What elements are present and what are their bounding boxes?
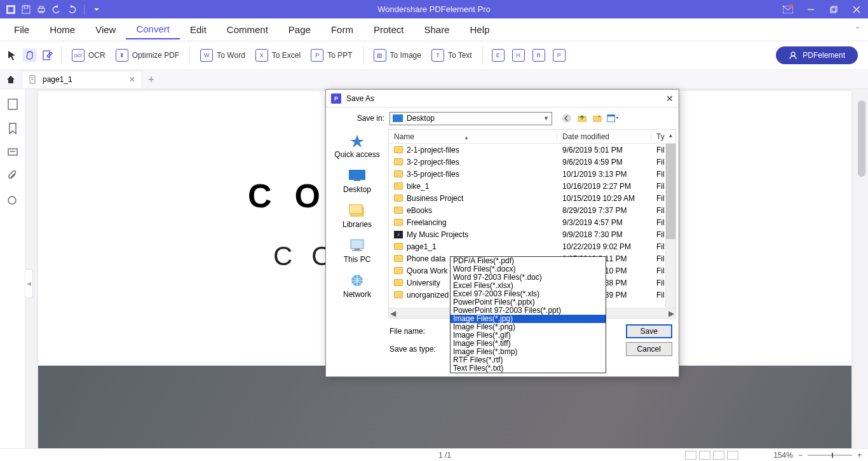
menu-help[interactable]: Help [459,20,499,39]
type-option[interactable]: Word Files(*.docx) [451,265,606,273]
place-desktop[interactable]: Desktop [343,165,371,199]
type-option[interactable]: Image Files(*.tiff) [451,340,606,348]
file-row[interactable]: 3-2-project-files9/6/2019 4:59 PMFil [389,156,675,168]
view-continuous-icon[interactable] [699,451,710,460]
new-folder-icon[interactable] [592,113,603,124]
save-in-combo[interactable]: Desktop ▼ [390,112,552,125]
scroll-right-icon[interactable]: ▶ [668,309,674,318]
type-option[interactable]: PowerPoint Files(*.pptx) [451,298,606,306]
menu-protect[interactable]: Protect [363,20,414,39]
scroll-up-icon[interactable]: ▲ [668,132,674,139]
zoom-in-button[interactable]: + [857,451,862,460]
menu-page[interactable]: Page [278,20,321,39]
file-row[interactable]: 2-1-project-files9/6/2019 5:01 PMFil [389,144,675,156]
collapse-ribbon-icon[interactable]: ⌃ [855,25,860,34]
to-text-button[interactable]: TTo Text [428,46,476,64]
save-as-type-dropdown[interactable]: PDF/A Files(*.pdf)Word Files(*.docx)Word… [450,256,606,373]
close-button[interactable] [845,0,868,18]
view-two-cont-icon[interactable] [727,451,738,460]
qa-dropdown-icon[interactable] [91,4,102,15]
save-icon[interactable] [20,4,32,15]
type-option[interactable]: PDF/A Files(*.pdf) [451,257,606,265]
to-rtf-icon[interactable]: R [532,49,545,62]
vertical-scrollbar[interactable] [858,100,865,177]
type-option[interactable]: RTF Files(*.rtf) [451,356,606,364]
view-two-icon[interactable] [713,451,724,460]
to-epub-icon[interactable]: E [492,49,505,62]
to-pdfa-icon[interactable]: P [553,49,566,62]
ocr-button[interactable]: ocrOCR [68,46,109,64]
to-excel-button[interactable]: XTo Excel [252,46,304,64]
place-quick-access[interactable]: Quick access [334,130,379,164]
close-tab-icon[interactable]: ✕ [129,75,135,84]
cancel-button[interactable]: Cancel [626,342,672,356]
view-menu-icon[interactable] [607,113,618,124]
dialog-titlebar: P Save As ✕ [326,90,679,107]
to-ppt-button[interactable]: PTo PPT [307,46,356,64]
undo-icon[interactable] [51,4,62,15]
zoom-slider[interactable] [808,455,852,456]
mail-icon[interactable] [776,0,799,18]
file-row[interactable]: eBooks8/29/2019 7:37 PMFil [389,204,675,216]
hand-icon[interactable] [23,48,37,62]
up-folder-icon[interactable] [576,113,588,124]
view-single-icon[interactable] [685,451,696,460]
type-option[interactable]: Text Files(*.txt) [451,364,606,373]
file-list-vscroll[interactable] [665,144,675,308]
dialog-close-button[interactable]: ✕ [666,93,674,104]
place-this-pc[interactable]: This PC [344,235,371,269]
collapse-handle[interactable]: ◀ [25,269,33,298]
maximize-button[interactable] [822,0,845,18]
menu-form[interactable]: Form [321,20,363,39]
zoom-out-button[interactable]: − [798,451,803,460]
type-option[interactable]: Word 97-2003 Files(*.doc) [451,273,606,282]
menu-view[interactable]: View [85,20,126,39]
type-option[interactable]: Image Files(*.jpg) [451,315,606,323]
menu-edit[interactable]: Edit [180,20,217,39]
home-tab-icon[interactable] [0,74,22,85]
col-date[interactable]: Date modified [557,132,651,141]
thumbnails-icon[interactable] [6,98,19,111]
type-option[interactable]: Excel 97-2003 Files(*.xls) [451,290,606,298]
back-icon[interactable] [561,113,573,124]
col-name[interactable]: Name [394,132,414,141]
type-option[interactable]: Excel Files(*.xlsx) [451,282,606,290]
type-option[interactable]: Image Files(*.gif) [451,331,606,340]
edit-icon[interactable] [41,48,55,62]
file-list-header[interactable]: Name▲ Date modified Ty▲ [389,130,675,144]
menu-home[interactable]: Home [39,20,85,39]
place-libraries[interactable]: Libraries [342,200,372,234]
minimize-button[interactable] [799,0,822,18]
to-html-icon[interactable]: H [512,49,525,62]
file-row[interactable]: Business Project10/15/2019 10:29 AMFil [389,192,675,204]
file-row[interactable]: 3-5-project-files10/1/2019 3:13 PMFil [389,168,675,180]
redo-icon[interactable] [66,4,78,15]
menu-share[interactable]: Share [414,20,459,39]
menu-convert[interactable]: Convert [126,20,180,39]
search-icon[interactable] [6,195,19,207]
type-option[interactable]: Image Files(*.bmp) [451,348,606,356]
file-row[interactable]: page1_110/22/2019 9:02 PMFil [389,240,675,252]
document-tab[interactable]: page1_1 ✕ [22,71,142,88]
menu-file[interactable]: File [4,20,39,39]
optimize-button[interactable]: ⬇Optimize PDF [112,46,184,64]
type-option[interactable]: Image Files(*.png) [451,323,606,331]
pointer-icon[interactable] [5,48,19,62]
place-network[interactable]: Network [343,270,371,304]
new-tab-button[interactable]: + [142,74,160,85]
file-row[interactable]: ♪My Music Projects9/9/2018 7:30 PMFil [389,228,675,240]
attachment-icon[interactable] [6,170,19,183]
file-row[interactable]: bike_110/16/2019 2:27 PMFil [389,180,675,192]
print-icon[interactable] [36,4,47,15]
pdfelement-button[interactable]: PDFelement [776,46,858,64]
col-type[interactable]: Ty [656,132,665,141]
to-image-button[interactable]: ▨To Image [370,46,425,64]
file-row[interactable]: Freelancing9/3/2019 4:57 PMFil [389,216,675,228]
menu-comment[interactable]: Comment [217,20,278,39]
save-button[interactable]: Save [626,324,672,338]
to-word-button[interactable]: WTo Word [196,46,248,64]
comments-icon[interactable] [6,146,19,159]
type-option[interactable]: PowerPoint 97-2003 Files(*.ppt) [451,306,606,315]
bookmark-icon[interactable] [6,122,19,135]
scroll-left-icon[interactable]: ◀ [390,309,396,318]
